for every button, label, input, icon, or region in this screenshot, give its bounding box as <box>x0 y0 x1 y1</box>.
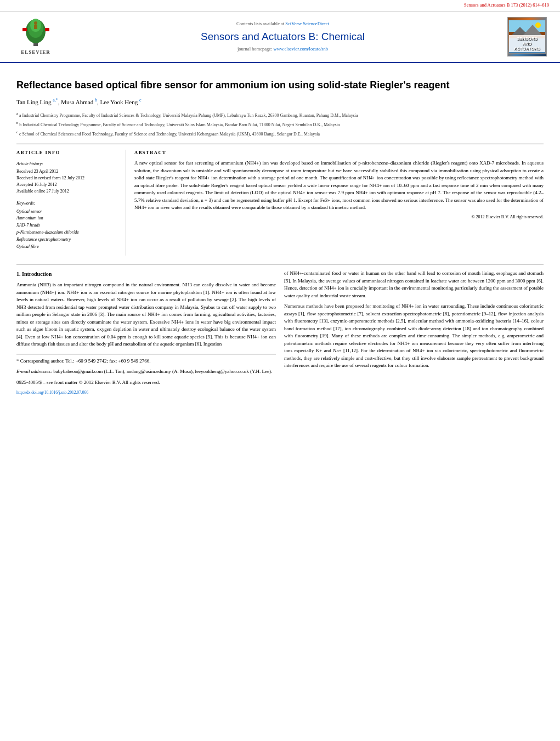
elsevier-text: ELSEVIER <box>21 49 50 56</box>
sensors-logo-text: SENSORS AND ACTUATORS <box>510 36 544 51</box>
keyword-3: XAD-7 heads <box>16 222 120 229</box>
keyword-4: p-Nitrobenzene-diazonium chloride <box>16 229 120 236</box>
email-footnote: E-mail addresses: babybabeoo@gmail.com (… <box>16 368 276 376</box>
article-history: Article history: Received 23 April 2012 … <box>16 161 120 195</box>
body-columns: 1. Introduction Ammonia (NH3) is an impo… <box>16 264 544 395</box>
revised-date: Received in revised form 12 July 2012 <box>16 175 120 182</box>
journal-header: ELSEVIER Contents lists available at Sci… <box>0 12 560 63</box>
affiliation-b: b b Industrial Chemical Technology Progr… <box>16 120 544 128</box>
abstract-heading: ABSTRACT <box>134 150 544 156</box>
sciverse-link[interactable]: SciVerse ScienceDirect <box>285 21 329 26</box>
affiliations: a a Industrial Chemistry Programme, Facu… <box>16 111 544 137</box>
homepage-link[interactable]: www.elsevier.com/locate/snb <box>274 46 329 52</box>
keywords-section: Keywords: Optical sensor Ammonium ion XA… <box>16 200 120 250</box>
abstract-text: A new optical sensor for fast screening … <box>134 160 544 212</box>
intro-para-3: Numerous methods have been proposed for … <box>284 303 544 370</box>
author-names: Tan Ling Ling a,*, Musa Ahmad b, Lee Yoo… <box>16 99 142 105</box>
intro-para-1: Ammonia (NH3) is an important nitrogen c… <box>16 281 276 348</box>
svg-rect-8 <box>22 28 27 31</box>
article-title: Reflectance based optical fibre sensor f… <box>16 79 544 92</box>
copyright: © 2012 Elsevier B.V. All rights reserved… <box>134 214 544 220</box>
svg-point-4 <box>34 21 37 25</box>
article-info-abstract: ARTICLE INFO Article history: Received 2… <box>16 144 544 256</box>
body-col-right: of NH4+-contaminated food or water in hu… <box>284 270 544 395</box>
svg-rect-5 <box>34 25 37 29</box>
journal-citation: Sensors and Actuators B 173 (2012) 614–6… <box>464 2 549 8</box>
journal-title: Sensors and Actuators B: Chemical <box>201 30 365 44</box>
sensors-actuators-logo: SENSORS AND ACTUATORS <box>505 17 549 56</box>
article-info-heading: ARTICLE INFO <box>16 150 120 156</box>
keyword-2: Ammonium ion <box>16 215 120 222</box>
sciverse-text: Contents lists available at SciVerse Sci… <box>236 21 329 27</box>
keywords-label: Keywords: <box>16 200 120 206</box>
sensors-logo-image: SENSORS AND ACTUATORS <box>507 17 547 56</box>
authors-line: Tan Ling Ling a,*, Musa Ahmad b, Lee Yoo… <box>16 97 544 106</box>
journal-citation-bar: Sensors and Actuators B 173 (2012) 614–6… <box>0 0 560 12</box>
article-content: Reflectance based optical fibre sensor f… <box>0 63 560 404</box>
elsevier-logo: ELSEVIER <box>11 17 60 56</box>
received-date: Received 23 April 2012 <box>16 168 120 175</box>
keyword-5: Reflectance spectrophotometry <box>16 236 120 244</box>
body-col-left: 1. Introduction Ammonia (NH3) is an impo… <box>16 270 276 395</box>
available-date: Available online 27 July 2012 <box>16 188 120 195</box>
svg-rect-9 <box>45 28 49 31</box>
keyword-1: Optical sensor <box>16 208 120 216</box>
page: Sensors and Actuators B 173 (2012) 614–6… <box>0 0 560 741</box>
affiliation-c: c c School of Chemical Sciences and Food… <box>16 129 544 138</box>
history-label: Article history: <box>16 161 120 167</box>
article-info-column: ARTICLE INFO Article history: Received 2… <box>16 150 126 256</box>
keywords-list: Optical sensor Ammonium ion XAD-7 heads … <box>16 208 120 251</box>
issn-footnote: 0925-4005/$ – see front matter © 2012 El… <box>16 379 276 387</box>
affiliation-a: a a Industrial Chemistry Programme, Facu… <box>16 111 544 119</box>
abstract-column: ABSTRACT A new optical sensor for fast s… <box>134 150 544 256</box>
section-1-title: 1. Introduction <box>16 270 276 278</box>
accepted-date: Accepted 16 July 2012 <box>16 182 120 188</box>
keyword-6: Optical fibre <box>16 244 120 251</box>
corresponding-author: * Corresponding author. Tel.: +60 9 549 … <box>16 358 276 365</box>
journal-homepage: journal homepage: www.elsevier.com/locat… <box>237 46 328 53</box>
journal-title-block: Contents lists available at SciVerse Sci… <box>66 17 500 56</box>
elsevier-tree-icon <box>18 18 54 48</box>
footnotes: * Corresponding author. Tel.: +60 9 549 … <box>16 354 276 396</box>
intro-para-2: of NH4+-contaminated food or water in hu… <box>284 270 544 299</box>
doi-link[interactable]: http://dx.doi.org/10.1016/j.snb.2012.07.… <box>16 390 88 395</box>
